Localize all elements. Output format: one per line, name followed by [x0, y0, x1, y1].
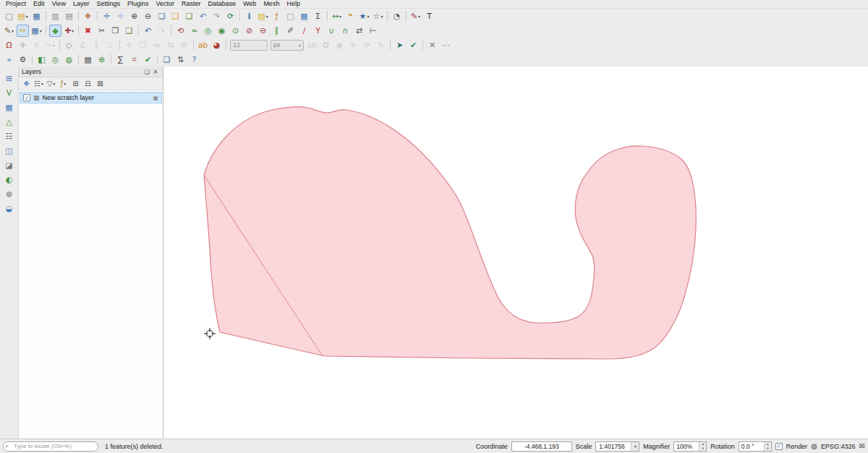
toggle-editing-icon[interactable]: ✏ [17, 25, 29, 37]
add-ring-icon[interactable]: ◎ [202, 25, 214, 37]
refresh-map-icon[interactable]: ⟳ [224, 10, 237, 22]
text-annotation-icon[interactable]: T [423, 10, 435, 22]
advanced-digitizing-panel-icon[interactable]: ◇ [63, 39, 75, 51]
zoom-to-selection-icon[interactable]: ❏ [169, 10, 182, 22]
delete-ring-icon[interactable]: ⊘ [243, 25, 255, 37]
new-annotation-icon[interactable]: ✎▾ [409, 10, 422, 22]
messages-icon[interactable]: ✉ [859, 442, 865, 450]
zoom-in-icon[interactable]: ⊕ [128, 10, 140, 22]
select-features-icon[interactable]: ▧▾ [257, 10, 269, 22]
render-checkbox[interactable]: ✓ [775, 443, 783, 450]
add-polygon-feature-icon[interactable]: ◆ [49, 25, 61, 37]
menu-plugins[interactable]: Plugins [124, 0, 153, 8]
python-console-icon[interactable]: » [3, 54, 15, 66]
open-layer-styling-panel-icon[interactable]: ❖ [21, 78, 32, 89]
manage-map-themes-dropdown-icon[interactable]: ▾ [41, 77, 43, 90]
deselect-features-icon[interactable]: ▢ [284, 10, 297, 22]
expand-all-icon[interactable]: ⊞ [70, 78, 81, 89]
layer-item-new-scratch-layer[interactable]: ✓ ▦ New scratch layer ▣ [20, 92, 162, 103]
delete-part-icon[interactable]: ⊖ [257, 25, 269, 37]
magnifier-value[interactable]: 100% [674, 442, 699, 451]
show-bookmarks-icon[interactable]: ☆▾ [372, 10, 384, 22]
new-bookmark-icon[interactable]: ★▾ [358, 10, 370, 22]
menu-view[interactable]: View [48, 0, 69, 8]
simplify-feature-icon[interactable]: ≈ [188, 25, 200, 37]
current-edits-icon[interactable]: ✎▾ [3, 25, 15, 37]
raster-calculator-icon[interactable]: ▩ [82, 54, 94, 66]
temporal-controller-icon[interactable]: ◔ [391, 10, 403, 22]
new-annotation-dropdown-icon[interactable]: ▾ [418, 10, 420, 22]
undo-icon[interactable]: ↶ [142, 25, 154, 37]
filter-by-expression-dropdown-icon[interactable]: ▾ [64, 77, 66, 90]
cut-features-icon[interactable]: ✂ [95, 25, 108, 37]
reverse-line-icon[interactable]: ⇄ [353, 25, 365, 37]
locator-search[interactable]: ⌕ [3, 441, 98, 452]
measure-icon[interactable]: ↔▾ [331, 10, 343, 22]
qgis-help-icon[interactable]: ? [188, 54, 200, 66]
filter-legend-icon[interactable]: ▽▾ [46, 78, 56, 89]
add-delimited-text-layer-icon[interactable]: ☷ [3, 130, 15, 143]
clip-vector-icon[interactable]: ◧ [35, 54, 48, 66]
magnifier-spinbox[interactable]: 100% ▴ ▾ [673, 441, 707, 452]
layer-diagram-options-icon[interactable]: ◕ [210, 39, 223, 51]
menu-settings[interactable]: Settings [93, 0, 124, 8]
offline-editing-icon[interactable]: ⇅ [174, 54, 187, 66]
menu-help[interactable]: Help [283, 0, 304, 8]
show-bookmarks-dropdown-icon[interactable]: ▾ [380, 10, 383, 22]
menu-mesh[interactable]: Mesh [260, 0, 283, 8]
zoom-next-icon[interactable]: ↷ [210, 10, 223, 22]
georeferencer-icon[interactable]: ⊕ [95, 54, 108, 66]
add-postgis-layer-icon[interactable]: ◫ [3, 145, 15, 157]
metasearch-icon[interactable]: ❏ [161, 54, 173, 66]
manage-map-themes-icon[interactable]: ☷▾ [33, 78, 44, 89]
statistics-panel-icon[interactable]: ∑ [114, 54, 127, 66]
open-project-dropdown-icon[interactable]: ▾ [26, 10, 28, 22]
geometry-checker-icon[interactable]: ✔ [142, 54, 154, 66]
panel-undock-button[interactable]: ❏ [142, 67, 151, 76]
filter-legend-dropdown-icon[interactable]: ▾ [53, 77, 55, 90]
menu-web[interactable]: Web [239, 0, 260, 8]
scratch-polygon-feature[interactable] [204, 107, 696, 359]
topology-checker-icon[interactable]: ⌗ [128, 54, 140, 66]
rotation-value[interactable]: 0.0 ° [739, 442, 764, 451]
scale-value[interactable]: 1:401756 [596, 443, 631, 450]
merge-features-icon[interactable]: ∪ [326, 25, 338, 37]
new-project-icon[interactable]: ▢ [3, 10, 15, 22]
more-tools-icon[interactable]: ⋯ [440, 39, 452, 51]
layer-labeling-options-icon[interactable]: ab [197, 39, 209, 51]
add-raster-layer-icon[interactable]: ▦ [3, 101, 15, 114]
zoom-full-icon[interactable]: ❏ [156, 10, 168, 22]
open-project-icon[interactable]: ▤▾ [17, 10, 29, 22]
menu-edit[interactable]: Edit [30, 0, 48, 8]
enable-tracing-dropdown-icon[interactable]: ▾ [53, 39, 55, 51]
select-features-by-value-icon[interactable]: ➤ [393, 39, 406, 51]
open-data-source-manager-icon[interactable]: ⊞ [3, 72, 15, 85]
show-layout-manager-icon[interactable]: ▤ [63, 10, 75, 22]
merge-feature-attributes-icon[interactable]: ∩ [339, 25, 352, 37]
menu-project[interactable]: Project [2, 0, 30, 8]
open-attribute-table-icon[interactable]: ▦ [298, 10, 310, 22]
spin-down-icon[interactable]: ▾ [765, 446, 771, 451]
panel-close-button[interactable]: ✕ [151, 67, 160, 76]
check-geometries-icon[interactable]: ✔ [407, 39, 420, 51]
menu-raster[interactable]: Raster [178, 0, 205, 8]
save-layer-edits-dropdown-icon[interactable]: ▾ [40, 25, 42, 37]
crs-button[interactable]: EPSG:4326 [821, 443, 856, 450]
current-edits-dropdown-icon[interactable]: ▾ [12, 25, 14, 37]
locator-input[interactable] [3, 441, 98, 452]
paste-features-icon[interactable]: ❑ [123, 25, 135, 37]
save-layer-edits-icon[interactable]: ▦▾ [30, 25, 43, 37]
add-wfs-layer-icon[interactable]: ◒ [3, 203, 15, 215]
offset-curve-icon[interactable]: ∥ [271, 25, 283, 37]
zoom-out-icon[interactable]: ⊖ [142, 10, 154, 22]
new-bookmark-dropdown-icon[interactable]: ▾ [367, 10, 369, 22]
rotation-spinbox[interactable]: 0.0 ° ▴ ▾ [739, 441, 772, 452]
pan-to-selection-icon[interactable]: ✛ [114, 10, 127, 22]
spin-down-icon[interactable]: ▾ [699, 446, 706, 451]
style-manager-icon[interactable]: ❖ [82, 10, 94, 22]
delete-vertex-icon[interactable]: ✕ [426, 39, 438, 51]
filter-by-expression-icon[interactable]: ƒ▾ [58, 78, 69, 89]
new-print-layout-icon[interactable]: ▥ [49, 10, 61, 22]
processing-toolbox-icon[interactable]: ⚙ [17, 54, 29, 66]
coordinate-input[interactable] [511, 441, 572, 452]
